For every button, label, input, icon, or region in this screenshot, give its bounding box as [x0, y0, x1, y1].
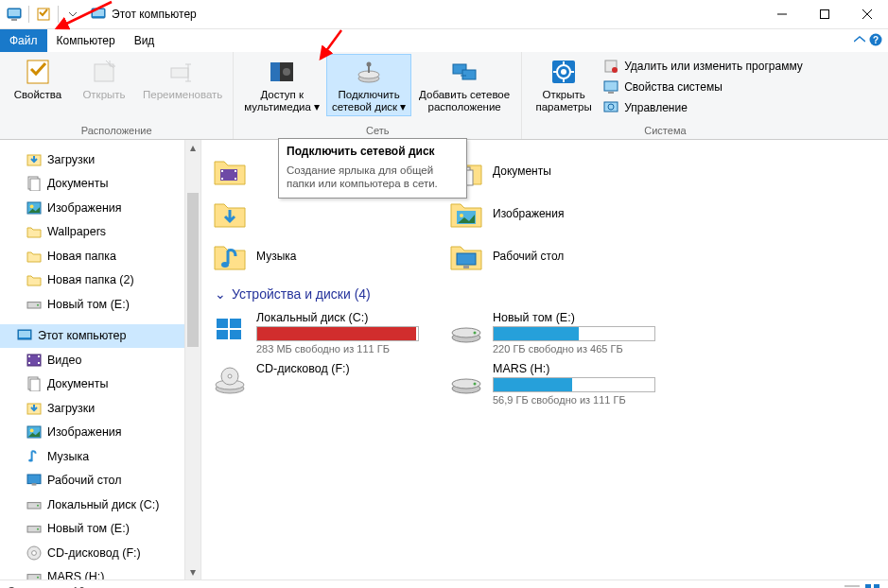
nav-item[interactable]: Новый том (E:): [0, 517, 197, 542]
svg-rect-85: [217, 319, 228, 328]
close-button[interactable]: [845, 0, 888, 27]
documents-icon: [26, 176, 42, 191]
drive-item[interactable]: Новый том (E:)220 ГБ свободно из 465 ГБ: [447, 307, 684, 358]
nav-item-label: Wallpapers: [47, 225, 106, 238]
drive-icon: [26, 569, 42, 579]
nav-item[interactable]: Новая папка (2): [0, 268, 197, 293]
svg-point-62: [28, 458, 33, 461]
dropdown-caret-icon: ▾: [397, 101, 406, 112]
svg-rect-53: [28, 355, 30, 357]
uninstall-program-link[interactable]: Удалить или изменить программу: [601, 56, 803, 77]
desktop-folder-icon: [447, 237, 485, 275]
svg-rect-102: [865, 584, 871, 588]
svg-point-32: [561, 69, 566, 75]
nav-item-label: Локальный диск (C:): [47, 498, 159, 511]
cd-icon: [211, 362, 249, 400]
properties-label: Свойства: [14, 89, 62, 101]
nav-item[interactable]: Загрузки: [0, 147, 197, 172]
drive-icon: [447, 311, 485, 349]
drive-item[interactable]: Локальный диск (C:)283 МБ свободно из 11…: [211, 307, 447, 358]
svg-point-38: [612, 67, 618, 73]
folder-item[interactable]: Рабочий стол: [447, 234, 684, 277]
maximize-button[interactable]: [803, 0, 845, 27]
rename-button: Переименовать: [138, 54, 227, 104]
nav-item-label: Изображения: [47, 201, 122, 215]
ribbon: Свойства Открыть Переименовать Расположе…: [0, 52, 888, 140]
media-access-button[interactable]: Доступ к мультимедиа ▾: [239, 54, 324, 116]
tooltip-title: Подключить сетевой диск: [287, 145, 459, 158]
nav-item[interactable]: Изображения: [0, 196, 197, 220]
capacity-bar: [256, 326, 419, 341]
svg-rect-54: [28, 362, 30, 364]
nav-item[interactable]: Документы: [0, 372, 197, 397]
drive-name: Локальный диск (C:): [256, 311, 436, 324]
drive-item[interactable]: CD-дисковод (F:): [211, 358, 447, 409]
nav-item[interactable]: Новая папка: [0, 244, 197, 268]
svg-point-22: [283, 68, 290, 76]
properties-button[interactable]: Свойства: [6, 54, 70, 104]
nav-item[interactable]: Новый том (E:): [0, 292, 197, 317]
open-label: Открыть: [82, 89, 125, 101]
open-settings-button[interactable]: Открыть параметры: [528, 54, 600, 116]
folder-item[interactable]: Музыка: [211, 234, 447, 277]
status-bar: Элементов: 10: [0, 579, 888, 588]
scroll-thumb[interactable]: [187, 193, 199, 347]
pc-icon[interactable]: [4, 4, 25, 25]
folder-item[interactable]: Документы: [447, 149, 684, 192]
folder-label: Изображения: [493, 207, 564, 220]
minimize-ribbon-icon[interactable]: [854, 34, 865, 45]
window-title: Этот компьютер: [112, 8, 197, 21]
help-icon[interactable]: ?: [869, 33, 882, 46]
svg-point-68: [37, 528, 39, 530]
svg-point-49: [37, 304, 39, 306]
devices-section-header[interactable]: ⌄ Устройства и диски (4): [215, 286, 888, 302]
nav-item[interactable]: CD-дисковод (F:): [0, 541, 197, 565]
nav-this-pc[interactable]: Этот компьютер: [0, 324, 187, 349]
drive-item[interactable]: MARS (H:)56,9 ГБ свободно из 111 ГБ: [447, 358, 684, 409]
nav-item-label: Видео: [47, 354, 82, 367]
svg-point-91: [474, 332, 477, 335]
nav-item[interactable]: Документы: [0, 172, 197, 197]
folder-label: Документы: [493, 164, 551, 178]
tab-file[interactable]: Файл: [0, 29, 47, 52]
svg-point-72: [37, 577, 39, 579]
svg-rect-51: [19, 331, 30, 337]
tab-view[interactable]: Вид: [125, 29, 165, 52]
nav-item[interactable]: Локальный диск (C:): [0, 493, 197, 517]
folder-item[interactable]: Изображения: [447, 192, 684, 234]
drive-name: Новый том (E:): [493, 311, 672, 324]
nav-item[interactable]: Изображения: [0, 421, 197, 445]
nav-item[interactable]: Музыка: [0, 444, 197, 469]
system-properties-link[interactable]: Свойства системы: [601, 77, 803, 97]
group-network-label: Сеть: [366, 123, 389, 138]
nav-item-label: Рабочий стол: [47, 474, 121, 487]
tab-computer[interactable]: Компьютер: [47, 29, 125, 52]
properties-qat-icon[interactable]: [33, 4, 54, 25]
map-network-drive-button[interactable]: Подключить сетевой диск ▾: [326, 54, 411, 116]
details-view-icon[interactable]: [844, 584, 860, 588]
minimize-button[interactable]: [760, 0, 803, 27]
svg-rect-76: [235, 170, 236, 172]
svg-rect-16: [171, 68, 188, 78]
manage-link[interactable]: Управление: [601, 97, 803, 118]
svg-rect-77: [235, 178, 236, 180]
downloads-icon: [26, 152, 42, 167]
pictures-folder-icon: [447, 195, 485, 233]
nav-scrollbar[interactable]: ▴ ▾: [184, 140, 200, 579]
qat-dropdown-icon[interactable]: [62, 4, 83, 25]
nav-item[interactable]: Рабочий стол: [0, 469, 197, 493]
system-props-icon: [603, 79, 618, 95]
nav-item[interactable]: MARS (H:): [0, 565, 197, 580]
videos-folder-icon: [211, 152, 249, 190]
svg-rect-56: [38, 362, 40, 364]
scroll-down-icon[interactable]: ▾: [185, 564, 200, 579]
nav-item[interactable]: Wallpapers: [0, 220, 197, 245]
nav-item[interactable]: Загрузки: [0, 396, 197, 421]
scroll-up-icon[interactable]: ▴: [185, 140, 200, 155]
svg-rect-64: [32, 483, 37, 485]
icons-view-icon[interactable]: [865, 584, 880, 588]
nav-item[interactable]: Видео: [0, 348, 197, 372]
add-network-location-button[interactable]: Добавить сетевое расположение: [413, 54, 515, 116]
svg-rect-15: [95, 64, 113, 81]
music-folder-icon: [211, 237, 249, 275]
